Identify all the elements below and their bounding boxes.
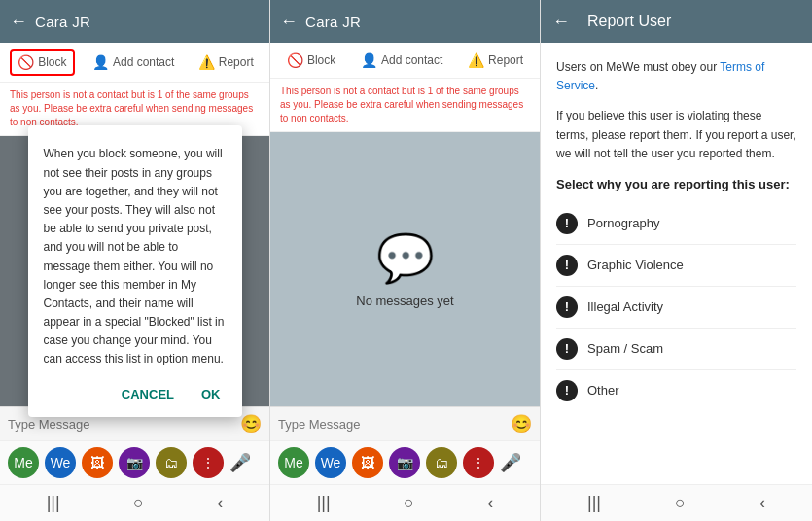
chat-add-contact-button[interactable]: 👤 Add contact <box>355 49 448 72</box>
report-title: Report User <box>587 13 671 30</box>
report-option-label-pornography: Pornography <box>587 216 659 230</box>
add-contact-icon: 👤 <box>92 54 109 70</box>
block-label: Block <box>38 55 66 69</box>
chat-block-button[interactable]: 🚫 Block <box>281 49 341 72</box>
report-header: ← Report User <box>541 0 812 43</box>
report-nav-menu[interactable]: ||| <box>587 493 601 513</box>
chat-me-icon[interactable]: Me <box>278 447 309 478</box>
chat-add-contact-label: Add contact <box>381 53 442 67</box>
chat-app-icons-row: Me We 🖼 📷 🗂 ⋮ 🎤 <box>270 440 540 484</box>
block-dialog: When you block someone, you will not see… <box>28 125 242 416</box>
block-toolbar: 🚫 Block 👤 Add contact ⚠️ Report <box>0 43 269 83</box>
panel-block-title: Cara JR <box>35 14 90 30</box>
nav-menu[interactable]: ||| <box>47 493 60 513</box>
panel-block: ← Cara JR 🚫 Block 👤 Add contact ⚠️ Repor… <box>0 0 270 521</box>
report-nav-bar: ||| ○ ‹ <box>541 484 812 521</box>
emoji-button[interactable]: 😊 <box>240 413 262 434</box>
nav-bar: ||| ○ ‹ <box>0 484 269 521</box>
report-back-arrow[interactable]: ← <box>552 12 570 32</box>
chat-add-contact-icon: 👤 <box>361 52 377 68</box>
chat-gallery-icon[interactable]: 🖼 <box>352 447 383 478</box>
chat-nav-menu[interactable]: ||| <box>317 493 331 513</box>
app-icons-row: Me We 🖼 📷 🗂 ⋮ 🎤 <box>0 440 269 484</box>
report-intro-after: . <box>595 79 598 92</box>
report-content: Users on MeWe must obey our Terms of Ser… <box>541 43 812 484</box>
chat-camera-icon[interactable]: 📷 <box>389 447 420 478</box>
no-messages: 💬 No messages yet <box>356 231 453 308</box>
chat-nav-bar: ||| ○ ‹ <box>270 484 540 521</box>
chat-mic-button[interactable]: 🎤 <box>500 452 521 473</box>
cancel-button[interactable]: Cancel <box>116 383 180 405</box>
report-option-label-other: Other <box>587 383 619 398</box>
gallery-icon[interactable]: 🖼 <box>82 447 113 478</box>
chat-we-icon[interactable]: We <box>315 447 346 478</box>
report-nav-home[interactable]: ○ <box>675 493 686 513</box>
report-option-label-graphic-violence: Graphic Violence <box>587 258 684 272</box>
chat-emoji-button[interactable]: 😊 <box>511 413 532 434</box>
report-option-pornography[interactable]: ! Pornography <box>556 203 796 245</box>
report-option-illegal-activity[interactable]: ! Illegal Activity <box>556 287 796 329</box>
chat-messages-area: 💬 No messages yet <box>270 132 540 406</box>
report-option-label-illegal-activity: Illegal Activity <box>587 299 663 314</box>
dialog-overlay: When you block someone, you will not see… <box>0 136 269 406</box>
warning-text: This person is not a contact but is 1 of… <box>10 89 253 127</box>
report-label: Report <box>219 55 254 69</box>
chat-back-arrow[interactable]: ← <box>280 12 298 32</box>
exclamation-icon-other: ! <box>556 380 578 401</box>
chat-nav-back[interactable]: ‹ <box>487 493 493 513</box>
report-select-label: Select why you are reporting this user: <box>556 177 796 191</box>
add-contact-button[interactable]: 👤 Add contact <box>87 51 180 74</box>
chat-message-input[interactable] <box>278 417 505 432</box>
exclamation-icon-pornography: ! <box>556 213 578 234</box>
panel-chat-header: ← Cara JR <box>270 0 540 43</box>
chat-warning-banner: This person is not a contact but is 1 of… <box>270 79 540 132</box>
chat-report-button[interactable]: ⚠️ Report <box>462 49 529 72</box>
report-button[interactable]: ⚠️ Report <box>193 51 260 74</box>
block-button[interactable]: 🚫 Block <box>10 49 74 76</box>
report-option-label-spam-scam: Spam / Scam <box>587 341 663 356</box>
chat-block-label: Block <box>307 53 335 67</box>
me-icon[interactable]: Me <box>8 447 39 478</box>
report-icon: ⚠️ <box>198 54 215 70</box>
panel-block-header: ← Cara JR <box>0 0 269 43</box>
report-nav-back[interactable]: ‹ <box>759 493 765 513</box>
block-icon: 🚫 <box>18 54 34 70</box>
panel-report: ← Report User Users on MeWe must obey ou… <box>541 0 812 521</box>
report-intro-2: If you believe this user is violating th… <box>556 107 796 163</box>
message-input[interactable] <box>8 417 234 432</box>
panel-chat: ← Cara JR 🚫 Block 👤 Add contact ⚠️ Repor… <box>270 0 541 521</box>
exclamation-icon-spam-scam: ! <box>556 338 578 360</box>
report-option-graphic-violence[interactable]: ! Graphic Violence <box>556 245 796 287</box>
nav-home[interactable]: ○ <box>133 493 144 513</box>
more-icon[interactable]: ⋮ <box>193 447 224 478</box>
we-icon[interactable]: We <box>45 447 76 478</box>
chat-title: Cara JR <box>305 14 361 30</box>
camera-icon[interactable]: 📷 <box>119 447 150 478</box>
add-contact-label: Add contact <box>113 55 174 69</box>
report-intro-before: Users on MeWe must obey our <box>556 60 720 74</box>
report-option-spam-scam[interactable]: ! Spam / Scam <box>556 329 796 370</box>
no-messages-icon: 💬 <box>376 231 435 286</box>
chat-more-icon[interactable]: ⋮ <box>463 447 494 478</box>
chat-message-bar: 😊 <box>270 406 540 440</box>
chat-block-icon: 🚫 <box>287 52 303 68</box>
report-option-other[interactable]: ! Other <box>556 370 796 411</box>
chat-warning-text: This person is not a contact but is 1 of… <box>280 86 523 123</box>
files-icon[interactable]: 🗂 <box>156 447 187 478</box>
chat-report-icon: ⚠️ <box>468 52 484 68</box>
chat-files-icon[interactable]: 🗂 <box>426 447 457 478</box>
ok-button[interactable]: OK <box>195 383 227 405</box>
report-intro-1: Users on MeWe must obey our Terms of Ser… <box>556 58 796 95</box>
no-messages-text: No messages yet <box>356 294 453 308</box>
exclamation-icon-graphic-violence: ! <box>556 255 578 276</box>
back-arrow-icon[interactable]: ← <box>10 12 27 32</box>
chat-area: When you block someone, you will not see… <box>0 136 269 406</box>
dialog-text: When you block someone, you will not see… <box>44 145 227 368</box>
chat-toolbar: 🚫 Block 👤 Add contact ⚠️ Report <box>270 43 540 79</box>
mic-button[interactable]: 🎤 <box>229 452 251 473</box>
dialog-buttons: Cancel OK <box>44 383 227 405</box>
chat-nav-home[interactable]: ○ <box>404 493 414 513</box>
nav-back[interactable]: ‹ <box>217 493 223 513</box>
exclamation-icon-illegal-activity: ! <box>556 296 578 318</box>
chat-report-label: Report <box>488 53 523 67</box>
